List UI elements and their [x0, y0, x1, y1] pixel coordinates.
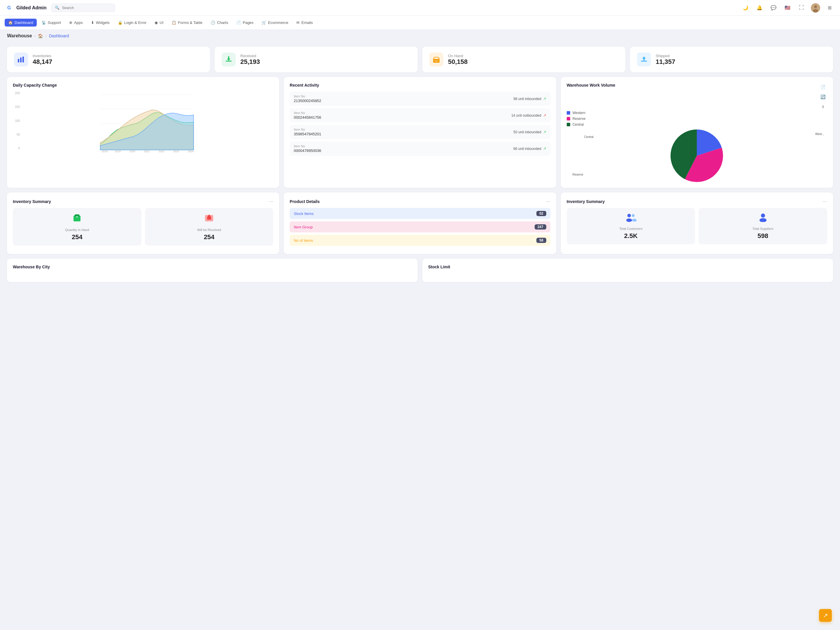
- app-logo[interactable]: G Gilded Admin: [6, 4, 46, 12]
- pie-chart-wrap: West... Reserve Central: [567, 129, 827, 182]
- activity-item-left-0: Item No 2135000245852: [294, 95, 321, 103]
- pie-legend: Western Reserve Central: [567, 111, 827, 126]
- avatar[interactable]: [811, 3, 820, 13]
- quantity-hand-label: Quantity in Hand: [65, 228, 89, 232]
- received-icon: [222, 52, 236, 66]
- menu-item-emails[interactable]: ✉ Emails: [293, 19, 316, 27]
- inv-summary-right-menu[interactable]: ···: [823, 198, 827, 204]
- menu-label-emails: Emails: [301, 21, 313, 25]
- svg-text:G: G: [7, 5, 11, 10]
- nav-icons: 🌙 🔔 💬 🇺🇸 ⛶ ⊞: [741, 3, 834, 13]
- svg-point-38: [759, 218, 766, 222]
- menu-item-apps[interactable]: ⊕ Apps: [66, 19, 86, 27]
- product-details-header: Product Details ···: [290, 198, 550, 204]
- charts-row: Daily Capacity Change 0 50 100 150 200: [7, 77, 833, 188]
- menu-item-ecommerce[interactable]: 🛒 Ecommerce: [258, 19, 292, 27]
- menu-item-support[interactable]: 📡 Support: [38, 19, 65, 27]
- menu-item-charts[interactable]: 🕐 Charts: [207, 19, 232, 27]
- svg-rect-6: [20, 57, 22, 62]
- emails-icon: ✉: [296, 21, 300, 25]
- dark-mode-button[interactable]: 🌙: [741, 3, 750, 13]
- activity-item-3: Item No 0000478950036 66 unit inbounded …: [290, 142, 550, 156]
- on-hand-icon: [429, 52, 443, 66]
- breadcrumb-page[interactable]: Dashboard: [49, 33, 69, 38]
- stock-limit-card: Stock Limit: [422, 259, 833, 282]
- legend-label-western: Western: [573, 111, 585, 115]
- product-label-no-of-items: No of items: [294, 238, 313, 243]
- svg-marker-14: [642, 57, 646, 58]
- support-icon: 📡: [41, 21, 46, 25]
- menu-item-forms-table[interactable]: 📋 Forms & Table: [168, 19, 206, 27]
- product-badge-no-of-items: 58: [536, 238, 546, 243]
- inv-box-will-received: Will be Received 254: [145, 208, 273, 246]
- language-button[interactable]: 🇺🇸: [783, 3, 792, 13]
- stock-limit-title: Stock Limit: [428, 265, 827, 269]
- svg-point-36: [632, 219, 637, 222]
- suppliers-icon: [758, 213, 768, 224]
- share-icon: [204, 213, 215, 223]
- total-suppliers-box: Total Suppliers 598: [698, 208, 827, 245]
- svg-rect-31: [207, 217, 211, 219]
- pie-label-western: West...: [815, 133, 824, 136]
- svg-rect-12: [641, 61, 647, 62]
- volume-file-button[interactable]: 📄: [819, 83, 827, 91]
- messages-button[interactable]: 💬: [769, 3, 778, 13]
- breadcrumb-sep: -: [35, 33, 36, 38]
- breadcrumb-arrow: -: [45, 33, 47, 38]
- product-badge-stock-items: 02: [536, 211, 546, 216]
- activity-action-1: 14 unit outbounded ↗: [511, 113, 546, 118]
- menu-item-dashboard[interactable]: 🏠 Dashboard: [5, 19, 37, 27]
- svg-point-34: [626, 218, 632, 222]
- product-details-menu[interactable]: ···: [546, 198, 550, 204]
- charts-icon: 🕐: [211, 21, 215, 25]
- grid-menu-button[interactable]: ⊞: [825, 3, 834, 13]
- shipped-icon: [637, 52, 651, 66]
- volume-download-button[interactable]: ⬇: [819, 103, 827, 111]
- activity-action-text-1: 14 unit outbounded: [511, 114, 542, 118]
- customers-icon: [625, 213, 637, 224]
- stat-info-inventories: Inventories 48,147: [33, 54, 52, 66]
- inventories-icon: [14, 52, 28, 66]
- widgets-icon: ⬇: [91, 21, 94, 25]
- stat-value-shipped: 11,357: [656, 58, 675, 66]
- pie-chart-svg: [671, 129, 723, 182]
- pie-label-central: Central: [584, 135, 594, 139]
- warehouse-city-title: Warehouse By City: [13, 265, 412, 269]
- stat-value-on-hand: 50,158: [448, 58, 467, 66]
- inv-summary-left-menu[interactable]: ···: [269, 198, 273, 204]
- svg-marker-10: [227, 58, 231, 61]
- menu-label-support: Support: [48, 21, 61, 25]
- daily-capacity-title: Daily Capacity Change: [13, 83, 273, 87]
- daily-capacity-card: Daily Capacity Change 0 50 100 150 200: [7, 77, 279, 188]
- menu-item-widgets[interactable]: ⬇ Widgets: [87, 19, 113, 27]
- inv-summary-left-header: Inventory Summary ···: [13, 198, 273, 204]
- activity-value-0: 2135000245852: [294, 99, 321, 103]
- menu-label-charts: Charts: [217, 21, 228, 25]
- search-input[interactable]: [62, 6, 111, 10]
- activity-item-left-3: Item No 0000478950036: [294, 144, 321, 153]
- total-suppliers-value: 598: [758, 232, 768, 240]
- person-icon: [758, 213, 768, 222]
- warehouse-city-card: Warehouse By City: [7, 259, 418, 282]
- forms-icon: 📋: [172, 21, 176, 25]
- volume-refresh-button[interactable]: 🔄: [819, 93, 827, 101]
- menu-item-ui[interactable]: ◉ UI: [151, 19, 167, 27]
- search-bar[interactable]: 🔍: [51, 3, 115, 12]
- notifications-button[interactable]: 🔔: [755, 3, 764, 13]
- activity-label-3: Item No: [294, 144, 321, 148]
- menu-label-ui: UI: [159, 21, 163, 25]
- svg-text:2021: 2021: [144, 150, 150, 153]
- area-chart: 0 50 100 150 200: [13, 92, 273, 156]
- menu-item-pages[interactable]: 📄 Pages: [233, 19, 257, 27]
- quantity-hand-icon: [72, 213, 82, 225]
- stat-card-shipped: Shipped 11,357: [630, 47, 833, 72]
- activity-item-0: Item No 2135000245852 98 unit inbounded …: [290, 92, 550, 106]
- avatar-image: [811, 3, 820, 13]
- svg-point-4: [813, 9, 818, 13]
- activity-value-3: 0000478950036: [294, 148, 321, 153]
- menu-item-login-error[interactable]: 🔒 Login & Error: [114, 19, 150, 27]
- warehouse-volume-title: Warehouse Work Volume: [567, 83, 616, 87]
- fullscreen-button[interactable]: ⛶: [797, 3, 806, 13]
- legend-dot-central: [567, 123, 570, 126]
- legend-dot-reserve: [567, 117, 570, 120]
